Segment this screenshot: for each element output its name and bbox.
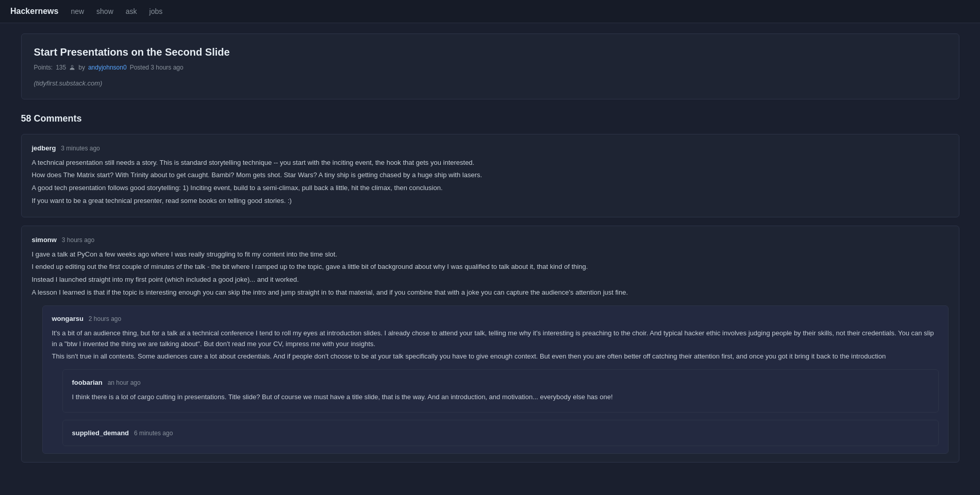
nested-comment: foobarian an hour ago I think there is a… xyxy=(62,369,939,413)
comment-body: It's a bit of an audience thing, but for… xyxy=(52,328,939,362)
comment-author[interactable]: foobarian xyxy=(72,379,103,386)
user-icon xyxy=(69,64,75,71)
article-card: Start Presentations on the Second Slide … xyxy=(21,33,959,99)
points-label: Points: xyxy=(34,63,53,72)
main-content: Start Presentations on the Second Slide … xyxy=(11,23,970,481)
comment-header: foobarian an hour ago xyxy=(72,377,929,388)
comment-author[interactable]: wongarsu xyxy=(52,315,84,322)
comment-header: jedberg 3 minutes ago xyxy=(32,143,949,153)
nested-comment: supplied_demand 6 minutes ago xyxy=(62,420,939,446)
comment-header: simonw 3 hours ago xyxy=(32,234,949,245)
comment-author[interactable]: simonw xyxy=(32,236,57,244)
comment-body: A technical presentation still needs a s… xyxy=(32,158,949,207)
comments-header: 58 Comments xyxy=(21,112,959,126)
nav-jobs[interactable]: jobs xyxy=(150,6,163,17)
comment-header: supplied_demand 6 minutes ago xyxy=(72,428,929,438)
points-value: 135 xyxy=(56,63,66,72)
article-posted: Posted 3 hours ago xyxy=(130,63,184,72)
comment-time: 3 hours ago xyxy=(62,236,94,244)
by-label: by xyxy=(78,63,85,72)
nav-new[interactable]: new xyxy=(71,6,84,17)
comment-time: 2 hours ago xyxy=(89,315,121,322)
nested-comment: wongarsu 2 hours ago It's a bit of an au… xyxy=(42,305,949,454)
comment-card: jedberg 3 minutes ago A technical presen… xyxy=(21,134,959,217)
header: Hackernews new show ask jobs xyxy=(0,0,980,23)
comment-time: 6 minutes ago xyxy=(134,430,173,437)
main-nav: new show ask jobs xyxy=(71,6,162,17)
article-title: Start Presentations on the Second Slide xyxy=(34,44,946,60)
comment-header: wongarsu 2 hours ago xyxy=(52,313,939,324)
article-url[interactable]: (tidyfirst.substack.com) xyxy=(34,78,946,89)
brand-logo: Hackernews xyxy=(10,5,58,18)
nav-show[interactable]: show xyxy=(96,6,113,17)
comment-time: 3 minutes ago xyxy=(61,145,99,152)
nav-ask[interactable]: ask xyxy=(126,6,137,17)
comment-author[interactable]: supplied_demand xyxy=(72,429,129,437)
comment-author[interactable]: jedberg xyxy=(32,144,56,152)
article-meta: Points: 135 by andyjohnson0 Posted 3 hou… xyxy=(34,63,946,72)
comment-card: simonw 3 hours ago I gave a talk at PyCo… xyxy=(21,226,959,463)
comment-body: I gave a talk at PyCon a few weeks ago w… xyxy=(32,249,949,298)
comment-body: I think there is a lot of cargo culting … xyxy=(72,392,929,403)
article-author[interactable]: andyjohnson0 xyxy=(88,63,127,72)
comment-time: an hour ago xyxy=(108,379,141,386)
